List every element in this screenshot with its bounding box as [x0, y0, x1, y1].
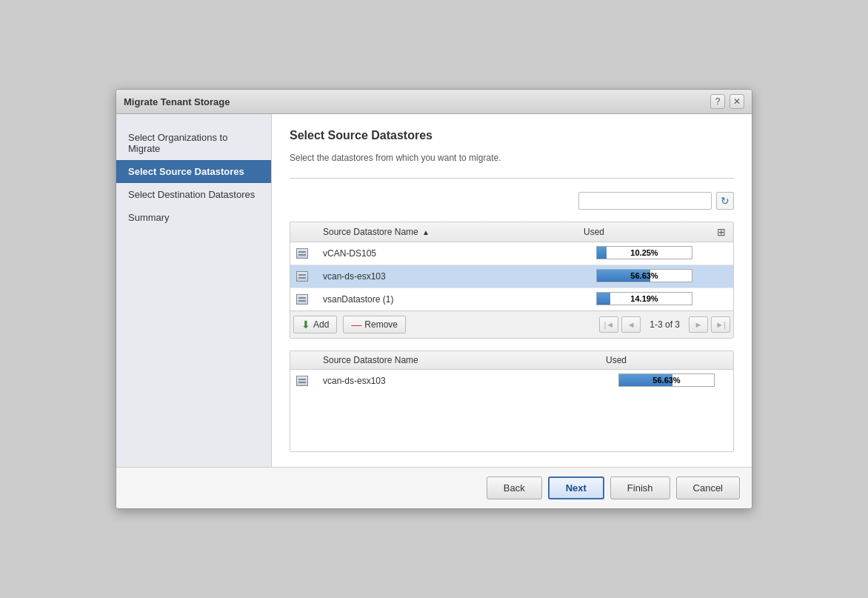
table-row[interactable]: vcan-ds-esx103 56.63%: [290, 265, 733, 288]
migrate-tenant-storage-dialog: Migrate Tenant Storage ? ✕ Select Organi…: [116, 89, 752, 509]
dialog-body: Select Organizations to Migrate Select S…: [116, 114, 752, 467]
upper-table-container: Source Datastore Name ▲ Used ⊞: [290, 222, 734, 339]
upper-table: Source Datastore Name ▲ Used ⊞: [290, 222, 733, 310]
datastore-icon: [296, 271, 308, 282]
upper-table-body: vCAN-DS105 10.25% vcan-ds-esx103 56.63% …: [290, 242, 733, 311]
row-name: vcan-ds-esx103: [317, 265, 578, 288]
pagination: |◄ ◄ 1-3 of 3 ► ►|: [599, 316, 730, 333]
row-used: 14.19%: [578, 288, 711, 311]
usage-bar-text: 56.63%: [597, 271, 692, 280]
lower-col-name-header: Source Datastore Name: [317, 351, 600, 370]
lower-table-container: Source Datastore Name Used vcan-ds-esx10…: [290, 351, 734, 452]
row-icon: [290, 265, 317, 288]
datastore-icon: [296, 376, 308, 386]
add-icon: ⬇: [301, 319, 310, 330]
row-actions: [711, 242, 733, 265]
cancel-button[interactable]: Cancel: [676, 476, 740, 499]
sidebar-item-select-orgs[interactable]: Select Organizations to Migrate: [116, 126, 271, 160]
usage-bar: 10.25%: [596, 246, 692, 259]
row-name: vcan-ds-esx103: [317, 370, 600, 393]
usage-bar: 56.63%: [596, 269, 692, 282]
row-actions: [711, 265, 733, 288]
upper-table-header-row: Source Datastore Name ▲ Used ⊞: [290, 222, 733, 242]
page-count: 1-3 of 3: [644, 319, 686, 330]
content-subtitle: Select the datastores from which you wan…: [290, 153, 734, 163]
dialog-title: Migrate Tenant Storage: [124, 96, 230, 107]
row-icon: [290, 370, 317, 393]
next-page-button[interactable]: ►: [689, 316, 708, 333]
titlebar-buttons: ? ✕: [710, 94, 744, 109]
row-name: vCAN-DS105: [317, 242, 578, 265]
first-page-button[interactable]: |◄: [599, 316, 618, 333]
datastore-icon: [296, 294, 308, 305]
usage-bar-text: 56.63%: [619, 376, 714, 385]
table-row[interactable]: vsanDatastore (1) 14.19%: [290, 288, 733, 311]
upper-col-name-header[interactable]: Source Datastore Name ▲: [317, 222, 578, 242]
row-name: vsanDatastore (1): [317, 288, 578, 311]
row-icon: [290, 288, 317, 311]
usage-bar-text: 10.25%: [597, 248, 692, 257]
datastore-icon: [296, 248, 308, 259]
row-used: 10.25%: [578, 242, 711, 265]
sidebar-item-select-source[interactable]: Select Source Datastores: [116, 160, 271, 183]
remove-button[interactable]: — Remove: [343, 316, 406, 333]
row-used: 56.63%: [600, 370, 733, 393]
lower-table-empty-space: [290, 392, 733, 451]
usage-bar: 56.63%: [618, 373, 715, 387]
table-actions-row: ⬇ Add — Remove |◄ ◄ 1-3 of 3 ► ►|: [290, 310, 733, 338]
search-input[interactable]: [578, 192, 712, 210]
row-actions: [711, 288, 733, 311]
sidebar: Select Organizations to Migrate Select S…: [116, 114, 272, 467]
close-button[interactable]: ✕: [730, 94, 744, 109]
add-button[interactable]: ⬇ Add: [293, 316, 337, 333]
content-title: Select Source Datastores: [290, 129, 734, 142]
row-icon: [290, 242, 317, 265]
upper-col-used-header: Used: [578, 222, 711, 242]
search-row: ↻: [290, 192, 734, 210]
lower-col-icon-header: [290, 351, 317, 370]
usage-bar: 14.19%: [596, 292, 692, 305]
dialog-titlebar: Migrate Tenant Storage ? ✕: [116, 90, 752, 114]
next-button[interactable]: Next: [548, 476, 604, 499]
row-used: 56.63%: [578, 265, 711, 288]
main-content: Select Source Datastores Select the data…: [272, 114, 752, 467]
sidebar-item-summary[interactable]: Summary: [116, 206, 271, 229]
finish-button[interactable]: Finish: [610, 476, 670, 499]
dialog-footer: Back Next Finish Cancel: [116, 467, 752, 508]
lower-table-header-row: Source Datastore Name Used: [290, 351, 733, 370]
table-row[interactable]: vCAN-DS105 10.25%: [290, 242, 733, 265]
remove-icon: —: [351, 319, 361, 330]
last-page-button[interactable]: ►|: [711, 316, 730, 333]
upper-col-actions-header: ⊞: [711, 222, 733, 242]
prev-page-button[interactable]: ◄: [621, 316, 641, 333]
refresh-button[interactable]: ↻: [716, 192, 734, 210]
help-button[interactable]: ?: [710, 94, 725, 109]
table-row: vcan-ds-esx103 56.63%: [290, 370, 733, 393]
sort-indicator: ▲: [422, 228, 430, 236]
lower-table: Source Datastore Name Used vcan-ds-esx10…: [290, 351, 733, 392]
lower-table-body: vcan-ds-esx103 56.63%: [290, 370, 733, 393]
usage-bar-text: 14.19%: [597, 294, 692, 303]
back-button[interactable]: Back: [487, 476, 542, 499]
sidebar-item-select-dest[interactable]: Select Destination Datastores: [116, 183, 271, 206]
separator: [290, 178, 734, 179]
lower-col-used-header: Used: [600, 351, 733, 370]
upper-col-icon-header: [290, 222, 317, 242]
